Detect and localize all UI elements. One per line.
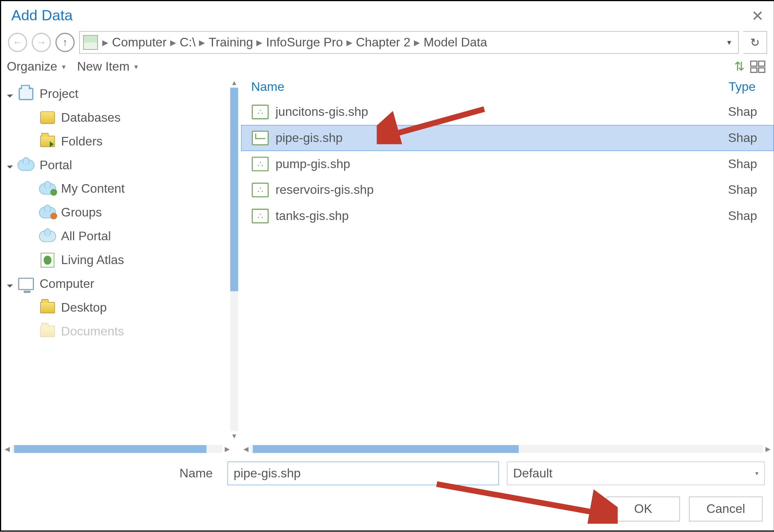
tree-node-groups[interactable]: Groups: [4, 201, 218, 225]
breadcrumb-item[interactable]: Model Data: [421, 35, 490, 50]
tree-node-documents[interactable]: Documents: [4, 319, 218, 343]
file-name: pipe-gis.shp: [275, 131, 728, 145]
tree-node-computer[interactable]: Computer: [4, 272, 218, 296]
location-icon: [83, 35, 98, 50]
tree-node-databases[interactable]: Databases: [4, 106, 218, 129]
catalog-tree[interactable]: Project Databases Folders Portal: [1, 76, 227, 442]
ok-button[interactable]: OK: [606, 497, 680, 521]
tree-label: My Content: [61, 181, 125, 196]
filter-value: Default: [513, 466, 552, 481]
hscroll-thumb[interactable]: [253, 445, 519, 453]
file-row[interactable]: tanks-gis.shpShap: [241, 203, 774, 229]
hscroll-thumb[interactable]: [14, 445, 206, 453]
column-type[interactable]: Type: [729, 80, 774, 94]
tree-node-portal[interactable]: Portal: [4, 153, 218, 177]
tree-label: Documents: [61, 324, 124, 339]
bottom-panel: Name Default OK Cancel: [1, 456, 774, 530]
tree-scrollbar[interactable]: ▲ ▼: [227, 76, 241, 442]
caret-icon[interactable]: [7, 280, 17, 288]
tree-label: Computer: [40, 277, 94, 291]
chevron-down-icon: ▼: [61, 63, 67, 70]
svg-rect-2: [751, 68, 757, 73]
scroll-track[interactable]: [230, 88, 238, 431]
cancel-button[interactable]: Cancel: [689, 497, 763, 521]
point-shapefile-icon: [252, 183, 269, 197]
tree-label: Project: [40, 87, 78, 101]
close-icon[interactable]: ✕: [751, 8, 764, 23]
folder-icon: [40, 302, 55, 313]
breadcrumb-item[interactable]: Training: [206, 35, 256, 50]
point-shapefile-icon: [252, 105, 269, 119]
file-row[interactable]: pump-gis.shpShap: [241, 151, 774, 177]
file-row[interactable]: juncitons-gis.shpShap: [241, 99, 774, 125]
filter-select[interactable]: Default: [507, 461, 765, 485]
file-row[interactable]: reservoirs-gis.shpShap: [241, 177, 774, 203]
name-input[interactable]: [227, 461, 499, 485]
scroll-right-icon[interactable]: ▶: [765, 445, 770, 453]
tree-label: Folders: [61, 134, 103, 149]
tree-node-all-portal[interactable]: All Portal: [4, 225, 218, 248]
tree-label: Living Atlas: [61, 253, 124, 268]
chevron-right-icon: ▶: [169, 38, 178, 47]
nav-row: ← → ↑ ▶ Computer ▶ C:\ ▶ Training ▶ Info…: [1, 29, 774, 57]
breadcrumb-item[interactable]: Chapter 2: [353, 35, 413, 50]
scroll-left-icon[interactable]: ◀: [5, 445, 10, 453]
chevron-down-icon[interactable]: ▼: [726, 39, 735, 46]
breadcrumb[interactable]: ▶ Computer ▶ C:\ ▶ Training ▶ InfoSurge …: [79, 31, 739, 54]
cloud-icon: [39, 207, 56, 218]
chevron-right-icon: ▶: [101, 38, 110, 47]
caret-icon[interactable]: [7, 90, 17, 98]
column-name[interactable]: Name: [251, 80, 729, 94]
cloud-icon: [39, 231, 56, 242]
polyline-shapefile-icon: [252, 131, 269, 145]
file-row[interactable]: pipe-gis.shpShap: [241, 125, 774, 151]
back-button[interactable]: ←: [8, 33, 27, 52]
breadcrumb-item[interactable]: Computer: [110, 35, 169, 50]
computer-icon: [18, 278, 34, 290]
tree-node-folders[interactable]: Folders: [4, 129, 218, 153]
point-shapefile-icon: [252, 209, 269, 223]
folder-icon: [40, 326, 55, 337]
chevron-right-icon: ▶: [413, 38, 421, 47]
tree-label: Databases: [61, 110, 121, 125]
scroll-thumb[interactable]: [230, 88, 238, 291]
sort-icon[interactable]: ⇅: [734, 59, 744, 74]
scroll-up-icon[interactable]: ▲: [231, 79, 238, 87]
file-type: Shap: [728, 183, 773, 197]
refresh-button[interactable]: ↻: [743, 31, 767, 54]
caret-icon[interactable]: [7, 161, 17, 170]
scroll-left-icon[interactable]: ◀: [243, 445, 249, 453]
tree-node-my-content[interactable]: My Content: [4, 177, 218, 201]
chevron-right-icon: ▶: [198, 38, 206, 47]
scroll-down-icon[interactable]: ▼: [231, 432, 238, 440]
svg-rect-3: [758, 68, 765, 73]
folder-icon: [40, 136, 55, 147]
organize-label: Organize: [7, 59, 57, 74]
cloud-icon: [18, 160, 35, 171]
tree-node-desktop[interactable]: Desktop: [4, 296, 218, 319]
tree-label: Groups: [61, 205, 102, 220]
file-type: Shap: [728, 105, 773, 119]
organize-menu[interactable]: Organize ▼: [7, 59, 67, 74]
tree-label: All Portal: [61, 229, 111, 244]
svg-rect-0: [751, 61, 757, 66]
breadcrumb-item[interactable]: C:\: [178, 35, 198, 50]
hscroll-track-left[interactable]: [12, 445, 222, 453]
view-mode-icon[interactable]: [750, 60, 766, 73]
file-list[interactable]: Name Type juncitons-gis.shpShappipe-gis.…: [241, 76, 774, 442]
project-icon: [19, 88, 34, 100]
breadcrumb-item[interactable]: InfoSurge Pro: [264, 35, 345, 50]
up-button[interactable]: ↑: [55, 33, 75, 52]
tree-label: Desktop: [61, 300, 107, 315]
file-type: Shap: [728, 209, 773, 223]
file-list-header[interactable]: Name Type: [241, 76, 774, 99]
forward-button[interactable]: →: [32, 33, 51, 52]
scroll-right-icon[interactable]: ▶: [225, 445, 230, 453]
point-shapefile-icon: [252, 157, 269, 172]
tree-label: Portal: [40, 158, 72, 173]
hscroll-track-right[interactable]: [250, 445, 763, 453]
new-item-menu[interactable]: New Item ▼: [77, 59, 139, 74]
tree-node-living-atlas[interactable]: Living Atlas: [4, 248, 218, 272]
file-name: juncitons-gis.shp: [275, 105, 728, 119]
tree-node-project[interactable]: Project: [4, 82, 218, 106]
